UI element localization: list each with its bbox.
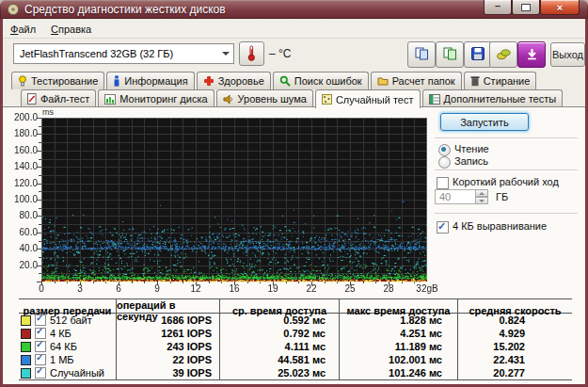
tab-information[interactable]: Информация: [106, 72, 194, 89]
app-icon: [7, 3, 20, 16]
copy-report-button[interactable]: [407, 41, 436, 68]
bar-chart-icon: [104, 94, 116, 105]
x-axis-tick-label: 3: [77, 283, 83, 294]
series-checkbox[interactable]: [35, 367, 46, 379]
y-axis-tick-label: 100.0: [4, 194, 38, 204]
stepper-up-icon[interactable]: [475, 189, 488, 197]
export-button[interactable]: [489, 41, 517, 68]
series-color-swatch: [21, 368, 31, 379]
avg-speed: 15.202: [457, 340, 572, 353]
temperature-button[interactable]: [239, 41, 264, 66]
results-table: размер передачи операций в секунду ср. в…: [19, 298, 572, 380]
maximize-button[interactable]: [512, 0, 540, 15]
tab-strip-row2: Файл-тест Мониторинг диска Уровень шума …: [21, 89, 563, 107]
tab-random-test[interactable]: Случайный тест: [315, 89, 421, 108]
tab-file-test[interactable]: Файл-тест: [21, 89, 96, 107]
table-header-row: размер передачи операций в секунду ср. в…: [19, 298, 572, 314]
tab-noise-level[interactable]: Уровень шума: [216, 89, 313, 107]
search-icon: [279, 75, 291, 87]
y-axis-tick-label: 80.0: [4, 210, 38, 220]
align-4k-label: 4 КБ выравнивание: [453, 220, 547, 232]
avg-access: 4.111 мс: [219, 340, 339, 353]
series-color-swatch: [21, 342, 31, 352]
read-radio[interactable]: [438, 144, 451, 156]
avg-access: 0.792 мс: [219, 327, 339, 340]
series-color-swatch: [21, 329, 31, 339]
series-label: 64 КБ: [50, 341, 77, 352]
series-checkbox[interactable]: [35, 354, 46, 365]
series-label: Случайный: [50, 367, 104, 379]
menu-bar: Файл Справка: [3, 21, 585, 39]
max-access: 4.251 мс: [339, 327, 457, 340]
avg-speed: 20.277: [457, 366, 572, 379]
table-row: 64 КБ 243 IOPS 4.111 мс 11.189 мс 15.202: [19, 340, 572, 353]
size-input[interactable]: 40: [435, 189, 476, 204]
iops-value: 243 IOPS: [116, 340, 219, 353]
y-axis-tick-label: 20.0: [4, 260, 38, 270]
tab-label: Дополнительные тесты: [444, 93, 557, 105]
read-radio-label: Чтение: [454, 143, 489, 154]
exit-button[interactable]: Выход: [550, 42, 585, 67]
table-grid-icon: [429, 94, 440, 105]
x-axis-tick-label: 0: [39, 283, 44, 294]
size-stepper[interactable]: [475, 189, 488, 204]
write-radio-label: Запись: [454, 155, 488, 167]
tab-health[interactable]: Здоровье: [197, 72, 271, 89]
tab-label: Здоровье: [218, 75, 264, 87]
max-access: 102.001 мс: [339, 353, 457, 366]
tab-disk-monitor[interactable]: Мониторинг диска: [98, 89, 214, 107]
close-icon: ×: [557, 2, 563, 13]
drive-select-value: JetFlashTranscend 32GB (32 ГБ): [14, 48, 218, 59]
bulb-icon: [18, 75, 27, 88]
tab-label: Поиск ошибок: [294, 75, 362, 87]
write-radio[interactable]: [438, 156, 451, 169]
maximize-icon: [521, 4, 531, 11]
download-button[interactable]: [517, 41, 546, 68]
tab-label: Случайный тест: [336, 94, 414, 105]
tab-label: Стирание: [484, 75, 531, 87]
app-window: Средство диагностики жестких дисков – × …: [0, 0, 588, 387]
x-axis-tick-label: 28: [383, 283, 393, 294]
x-axis-tick-label: 6: [116, 283, 121, 294]
short-stroke-checkbox[interactable]: [437, 177, 449, 189]
avg-speed: 4.929: [457, 327, 572, 340]
folder-icon: [377, 76, 389, 86]
window-title: Средство диагностики жестких дисков: [24, 3, 226, 16]
stepper-down-icon[interactable]: [475, 197, 488, 204]
separator: [435, 169, 578, 170]
series-checkbox[interactable]: [35, 341, 46, 352]
series-checkbox[interactable]: [35, 314, 46, 326]
tab-label: Информация: [124, 75, 187, 87]
tab-error-scan[interactable]: Поиск ошибок: [273, 72, 369, 89]
menu-help[interactable]: Справка: [43, 22, 99, 37]
series-checkbox[interactable]: [35, 328, 46, 339]
tab-erase[interactable]: Стирание: [464, 72, 537, 89]
minimize-button[interactable]: –: [484, 0, 512, 15]
tab-folder-size[interactable]: Расчет папок: [371, 72, 462, 89]
menu-file[interactable]: Файл: [3, 22, 43, 37]
window-controls: – ×: [484, 0, 580, 15]
window-titlebar[interactable]: Средство диагностики жестких дисков – ×: [0, 0, 588, 19]
size-unit-label: ГБ: [496, 191, 508, 202]
tab-label: Мониторинг диска: [119, 93, 207, 105]
y-axis-tick-label: 200.0: [4, 112, 38, 122]
copy-green-button[interactable]: [436, 41, 464, 68]
y-axis-unit-label: ms: [42, 107, 54, 117]
start-test-button[interactable]: Запустить: [440, 113, 529, 131]
separator: [435, 137, 578, 138]
max-access: 11.189 мс: [339, 340, 457, 353]
floppy-disk-icon: [471, 47, 485, 62]
avg-access: 44.581 мс: [219, 353, 339, 366]
x-axis-tick-label: 9: [154, 283, 160, 294]
close-button[interactable]: ×: [540, 0, 580, 15]
save-button[interactable]: [464, 41, 492, 68]
x-axis-tick-label: 19: [267, 283, 278, 294]
copy-green-icon: [443, 47, 457, 62]
coins-icon: [497, 48, 511, 62]
tab-additional-tests[interactable]: Дополнительные тесты: [422, 89, 564, 107]
drive-select[interactable]: JetFlashTranscend 32GB (32 ГБ): [13, 43, 234, 64]
access-time-scatter-chart: [36, 118, 427, 286]
align-4k-checkbox[interactable]: [437, 221, 449, 234]
tab-testing[interactable]: Тестирование: [11, 72, 104, 89]
iops-value: 1686 IOPS: [116, 314, 219, 327]
